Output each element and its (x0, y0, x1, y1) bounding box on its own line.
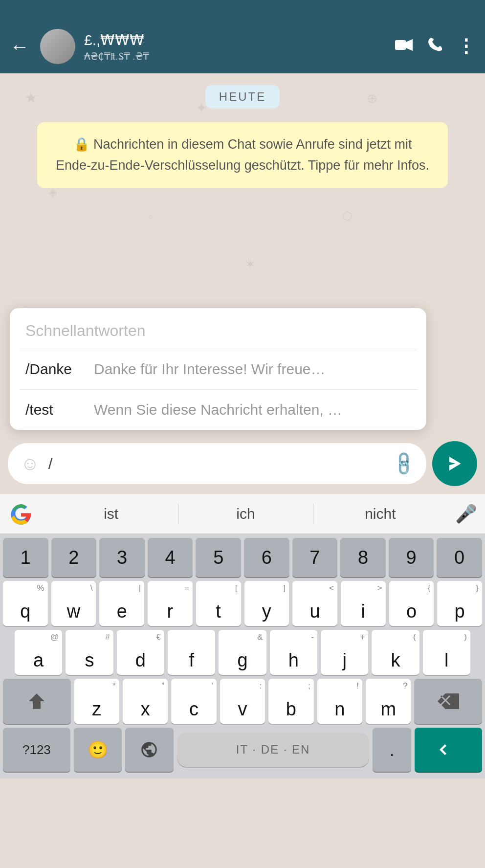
key-emoji-face[interactable]: 🙂 (74, 728, 122, 772)
quick-reply-shortcut-2: /test (25, 401, 84, 418)
svg-marker-1 (406, 39, 413, 51)
number-row: 1 2 3 4 5 6 7 8 9 0 (0, 534, 485, 579)
contact-name: £.,₩₩₩ (84, 31, 386, 48)
key-6[interactable]: 6 (244, 538, 289, 577)
chat-header: ← £.,₩₩₩ ₳₴₵₸₶.₷₸ .₴₸ ⋮ (0, 20, 485, 73)
key-d[interactable]: €d (117, 630, 164, 675)
chat-background: ★ ☽ ✦ 🔭 ⊕ ☆ ◈ ✧ ⬡ ✶ (0, 73, 485, 347)
key-numbers[interactable]: ?123 (3, 728, 70, 772)
enter-icon (439, 742, 458, 757)
key-2[interactable]: 2 (51, 538, 97, 577)
header-actions: ⋮ (395, 36, 475, 57)
quick-reply-item-1[interactable]: /Danke Danke für Ihr Interesse! Wir freu… (10, 349, 426, 389)
key-x[interactable]: "x (123, 679, 168, 724)
key-enter[interactable] (415, 728, 482, 772)
quick-reply-item-2[interactable]: /test Wenn Sie diese Nachricht erhalten,… (10, 390, 426, 430)
svg-text:✶: ✶ (244, 257, 256, 272)
header: ← £.,₩₩₩ ₳₴₵₸₶.₷₸ .₴₸ ⋮ (0, 0, 485, 73)
quick-reply-text-1: Danke für Ihr Interesse! Wir freue… (94, 361, 411, 378)
key-o[interactable]: {o (389, 581, 434, 626)
key-shift[interactable] (3, 679, 71, 724)
attach-icon[interactable]: 🔗 (389, 449, 418, 478)
input-container[interactable]: ☺ / 🔗 (8, 443, 426, 484)
video-call-icon[interactable] (395, 38, 413, 55)
key-5[interactable]: 5 (196, 538, 241, 577)
key-space[interactable]: IT · DE · EN (177, 733, 370, 767)
keyboard-bottom-row: ?123 🙂 IT · DE · EN . (0, 726, 485, 779)
key-w[interactable]: \w (51, 581, 96, 626)
keyboard: ist ich nicht 🎤 1 2 3 4 5 6 7 8 9 0 %q \… (0, 494, 485, 779)
key-1[interactable]: 1 (3, 538, 48, 577)
svg-rect-0 (395, 40, 406, 50)
key-p[interactable]: }p (437, 581, 482, 626)
svg-text:✧: ✧ (147, 212, 154, 222)
more-options-icon[interactable]: ⋮ (457, 36, 475, 57)
key-i[interactable]: >i (341, 581, 386, 626)
key-f[interactable]: f (168, 630, 215, 675)
input-bar: ☺ / 🔗 (0, 441, 485, 486)
key-8[interactable]: 8 (340, 538, 386, 577)
key-3[interactable]: 3 (99, 538, 145, 577)
quick-reply-shortcut-1: /Danke (25, 361, 84, 378)
google-logo (8, 501, 34, 527)
send-icon (445, 454, 464, 473)
asdf-row: @a #s €d f &g -h +j (k )l (0, 628, 485, 677)
quick-replies-panel: Schnellantworten /Danke Danke für Ihr In… (10, 308, 426, 430)
key-j[interactable]: +j (321, 630, 368, 675)
key-delete[interactable] (414, 679, 482, 724)
key-n[interactable]: !n (317, 679, 362, 724)
key-h[interactable]: -h (270, 630, 317, 675)
key-k[interactable]: (k (372, 630, 419, 675)
key-y[interactable]: ]y (244, 581, 289, 626)
contact-status: ₳₴₵₸₶.₷₸ .₴₸ (84, 50, 386, 62)
key-period[interactable]: . (373, 728, 411, 772)
send-button[interactable] (432, 441, 477, 486)
key-0[interactable]: 0 (437, 538, 482, 577)
top-bar (0, 0, 485, 20)
suggestion-1[interactable]: ist (44, 506, 178, 522)
language-indicator: IT · DE · EN (236, 743, 310, 757)
quick-replies-placeholder: Schnellantworten (10, 308, 426, 349)
suggestion-2[interactable]: ich (178, 506, 312, 522)
header-info: £.,₩₩₩ ₳₴₵₸₶.₷₸ .₴₸ (84, 31, 386, 62)
shift-icon (27, 692, 46, 711)
chat-area: ★ ☽ ✦ 🔭 ⊕ ☆ ◈ ✧ ⬡ ✶ HEUTE 🔒 Nachrichten … (0, 73, 485, 347)
key-e[interactable]: |e (99, 581, 144, 626)
suggestion-3[interactable]: nicht (313, 506, 447, 522)
key-v[interactable]: :v (220, 679, 265, 724)
encryption-notice[interactable]: 🔒 Nachrichten in diesem Chat sowie Anruf… (37, 122, 448, 188)
keyboard-suggestions: ist ich nicht 🎤 (0, 494, 485, 534)
zxcv-row: *z "x 'c :v ;b !n ?m (0, 677, 485, 726)
key-7[interactable]: 7 (292, 538, 338, 577)
microphone-icon[interactable]: 🎤 (455, 504, 477, 524)
qwerty-row: %q \w |e =r [t ]y <u >i {o }p (0, 579, 485, 628)
key-m[interactable]: ?m (366, 679, 411, 724)
quick-replies-container: Schnellantworten /Danke Danke für Ihr In… (0, 347, 485, 494)
key-u[interactable]: <u (292, 581, 337, 626)
svg-marker-12 (449, 457, 461, 471)
back-button[interactable]: ← (10, 36, 29, 58)
key-g[interactable]: &g (219, 630, 266, 675)
key-b[interactable]: ;b (268, 679, 313, 724)
key-c[interactable]: 'c (171, 679, 216, 724)
input-slash: / (48, 455, 53, 473)
key-t[interactable]: [t (196, 581, 241, 626)
svg-text:★: ★ (24, 89, 38, 106)
delete-icon (438, 693, 459, 709)
key-z[interactable]: *z (74, 679, 119, 724)
key-a[interactable]: @a (15, 630, 62, 675)
key-4[interactable]: 4 (148, 538, 193, 577)
emoji-icon[interactable]: ☺ (21, 453, 40, 474)
avatar[interactable] (40, 29, 75, 64)
quick-reply-text-2: Wenn Sie diese Nachricht erhalten, … (94, 401, 411, 418)
key-r[interactable]: =r (148, 581, 193, 626)
svg-text:⊕: ⊕ (367, 91, 377, 106)
phone-call-icon[interactable] (427, 38, 442, 56)
date-bubble: HEUTE (205, 85, 280, 109)
key-9[interactable]: 9 (389, 538, 434, 577)
key-q[interactable]: %q (3, 581, 48, 626)
globe-icon (140, 740, 158, 759)
key-l[interactable]: )l (423, 630, 470, 675)
key-s[interactable]: #s (66, 630, 113, 675)
key-globe[interactable] (125, 728, 173, 772)
